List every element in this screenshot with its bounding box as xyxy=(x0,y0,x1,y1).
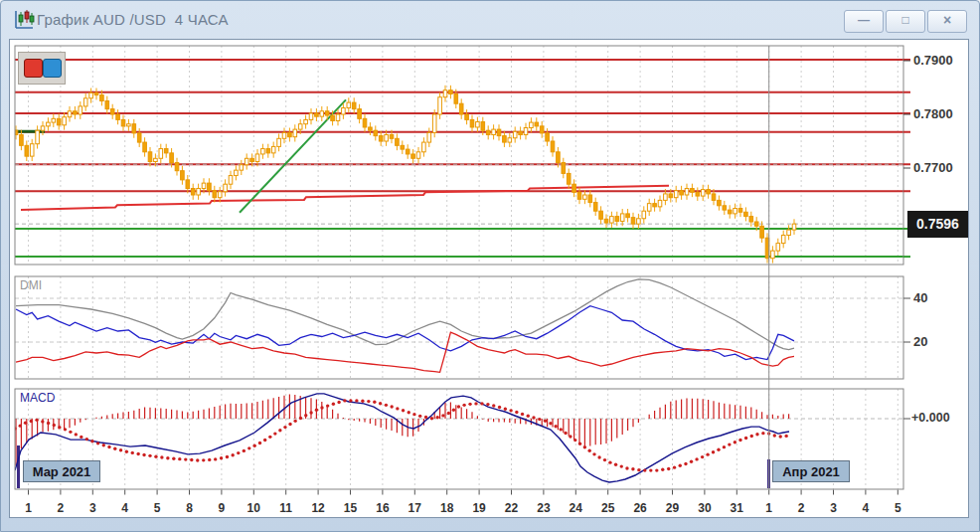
x-axis-label: 1 xyxy=(756,501,782,515)
candle xyxy=(449,90,453,94)
candle xyxy=(615,217,619,222)
candle xyxy=(235,170,239,175)
x-axis-label: 2 xyxy=(788,501,814,515)
x-axis-label: 11 xyxy=(273,501,299,515)
candle xyxy=(288,132,292,136)
candle xyxy=(465,114,469,119)
candle xyxy=(438,97,442,114)
candle xyxy=(583,195,587,199)
candle xyxy=(74,111,78,114)
candle xyxy=(143,142,147,152)
price-chart[interactable] xyxy=(1,1,980,532)
candle xyxy=(551,141,555,152)
candle xyxy=(255,154,259,162)
month-badge-march: Мар 2021 xyxy=(23,460,100,482)
candle xyxy=(546,133,550,141)
x-axis-label: 26 xyxy=(627,501,653,515)
candle xyxy=(620,214,624,222)
x-axis-label: 16 xyxy=(370,501,396,515)
candle xyxy=(577,192,581,199)
candle xyxy=(787,230,791,235)
candle xyxy=(593,203,597,212)
dmi-axis-label-40: 40 xyxy=(913,290,969,305)
x-axis-label: 12 xyxy=(305,501,331,515)
candle xyxy=(567,173,571,184)
x-axis-label: 5 xyxy=(885,501,910,515)
candle xyxy=(298,124,302,129)
candle xyxy=(669,194,673,198)
candle xyxy=(792,224,796,230)
candle xyxy=(202,183,206,188)
candle xyxy=(503,136,507,142)
candle xyxy=(432,114,436,132)
candle xyxy=(352,102,356,108)
candle xyxy=(427,132,431,142)
candle xyxy=(712,194,716,200)
candle xyxy=(137,133,141,142)
macd-panel[interactable] xyxy=(13,389,903,489)
sell-button[interactable] xyxy=(24,59,43,78)
x-axis-label: 5 xyxy=(144,501,170,515)
x-axis-label: 29 xyxy=(660,501,686,515)
candle xyxy=(47,122,51,126)
candle xyxy=(197,189,201,195)
candle xyxy=(411,154,415,158)
candle xyxy=(36,130,40,144)
candle xyxy=(674,191,678,198)
candle xyxy=(191,189,195,195)
candle xyxy=(647,204,651,212)
candle xyxy=(557,152,561,163)
x-axis-label: 1 xyxy=(16,501,42,515)
x-axis-label: 30 xyxy=(692,501,718,515)
candle xyxy=(610,217,614,223)
dmi-panel[interactable] xyxy=(15,276,903,379)
candle xyxy=(744,212,748,216)
candle xyxy=(175,163,179,171)
candle xyxy=(240,165,244,170)
candle xyxy=(459,103,463,114)
candle xyxy=(406,149,409,154)
candle xyxy=(68,111,72,117)
x-axis-label: 10 xyxy=(241,501,266,515)
chart-window: График AUD /USD 4 ЧАСА — □ × DMI MACD 40… xyxy=(0,0,980,532)
candle xyxy=(170,153,174,163)
candle xyxy=(422,142,426,152)
candle xyxy=(519,131,523,134)
candle xyxy=(707,190,711,194)
main-price-panel[interactable] xyxy=(14,46,903,265)
candle xyxy=(342,108,346,114)
candle xyxy=(486,130,490,134)
candle xyxy=(181,171,185,180)
candle xyxy=(121,119,125,125)
candle xyxy=(781,236,785,244)
candle xyxy=(385,135,389,141)
candle xyxy=(325,111,329,115)
candle xyxy=(57,118,61,124)
candle xyxy=(524,128,528,135)
candle xyxy=(127,124,131,126)
candle xyxy=(159,149,163,159)
candle xyxy=(738,209,742,213)
candle xyxy=(94,92,98,94)
candle xyxy=(540,126,544,133)
candle xyxy=(331,115,335,120)
x-axis-label: 25 xyxy=(595,501,621,515)
candle xyxy=(497,129,501,135)
candle xyxy=(749,217,753,222)
candle xyxy=(588,195,592,203)
candle xyxy=(309,113,313,119)
candle xyxy=(734,209,737,214)
macd-zero-label: +0.000 xyxy=(911,411,967,425)
candle xyxy=(776,244,780,252)
candle xyxy=(213,191,217,198)
candle xyxy=(696,192,700,196)
buy-button[interactable] xyxy=(43,59,62,78)
candle xyxy=(271,146,275,152)
candle xyxy=(89,92,93,97)
candle xyxy=(723,206,727,210)
current-price-badge: 0.7596 xyxy=(907,211,968,238)
candle xyxy=(530,122,534,127)
x-axis-label: 3 xyxy=(80,501,105,515)
candle xyxy=(476,122,480,127)
candle xyxy=(79,106,82,114)
